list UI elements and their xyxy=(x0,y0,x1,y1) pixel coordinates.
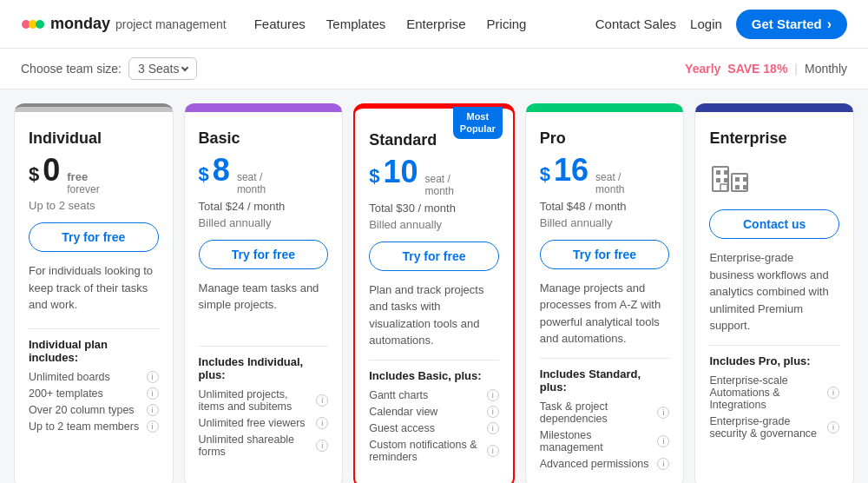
plan-pro: Pro $ 16 seat / month Total $48 / month … xyxy=(525,103,685,483)
info-icon[interactable]: i xyxy=(657,435,669,447)
individual-cta-button[interactable]: Try for free xyxy=(29,222,159,252)
most-popular-badge: Most Popular xyxy=(453,107,503,139)
feature-item: Unlimited shareable forms i xyxy=(199,433,329,458)
nav-pricing[interactable]: Pricing xyxy=(487,17,527,31)
billing-save-badge: SAVE 18% xyxy=(727,62,787,76)
info-icon[interactable]: i xyxy=(827,387,839,399)
get-started-button[interactable]: Get Started › xyxy=(736,10,847,39)
basic-cta-button[interactable]: Try for free xyxy=(199,240,329,269)
feature-text: Over 20 column types xyxy=(29,404,143,416)
feature-item: Enterprise-scale Automations & Integrati… xyxy=(709,374,839,411)
plan-name: Enterprise xyxy=(709,129,839,148)
plan-name: Pro xyxy=(540,129,670,148)
feature-item: Unlimited free viewers i xyxy=(199,417,329,429)
nav-features[interactable]: Features xyxy=(254,17,306,31)
feature-item: Enterprise-grade security & governance i xyxy=(709,415,839,440)
plan-price: $ 8 seat / month xyxy=(199,155,329,196)
feature-text: Milestones management xyxy=(540,429,654,453)
feature-item: Up to 2 team members i xyxy=(29,420,159,433)
feature-item: Over 20 column types i xyxy=(29,404,159,416)
feature-item: Unlimited boards i xyxy=(29,371,159,383)
plan-standard: Most Popular Standard $ 10 seat / month … xyxy=(353,103,515,483)
svg-rect-6 xyxy=(724,170,728,175)
plan-description: Manage team tasks and simple projects. xyxy=(199,280,329,335)
team-size-label: Choose team size: xyxy=(21,62,122,76)
info-icon[interactable]: i xyxy=(316,440,328,452)
feature-text: Task & project dependencies xyxy=(540,400,654,425)
arrow-right-icon: › xyxy=(827,17,832,32)
feature-list: Unlimited boards i 200+ templates i Over… xyxy=(29,371,159,433)
enterprise-icon xyxy=(709,155,839,199)
price-symbol: $ xyxy=(29,163,39,186)
info-icon[interactable]: i xyxy=(487,422,499,434)
billing-monthly-option[interactable]: Monthly xyxy=(805,62,847,76)
feature-item: Advanced permissions i xyxy=(540,458,670,470)
feature-item: 200+ templates i xyxy=(29,387,159,400)
info-icon[interactable]: i xyxy=(147,420,159,433)
price-symbol: $ xyxy=(540,163,550,186)
price-period-1: seat / xyxy=(595,171,624,183)
feature-text: Calendar view xyxy=(369,406,483,418)
info-icon[interactable]: i xyxy=(316,394,328,407)
svg-rect-12 xyxy=(743,185,747,189)
pro-cta-button[interactable]: Try for free xyxy=(540,240,670,269)
plan-top-bar xyxy=(526,107,684,112)
info-icon[interactable]: i xyxy=(147,371,159,383)
logo-subtitle: project management xyxy=(115,17,227,31)
plan-description: Enterprise-grade business workflows and … xyxy=(709,249,839,334)
building-icon xyxy=(709,155,751,196)
plan-name: Basic xyxy=(199,129,329,148)
svg-rect-10 xyxy=(743,177,747,182)
standard-cta-button[interactable]: Try for free xyxy=(369,242,499,271)
info-icon[interactable]: i xyxy=(657,458,669,470)
svg-rect-13 xyxy=(720,184,727,191)
plan-price: $ 0 free forever xyxy=(29,155,159,195)
feature-text: 200+ templates xyxy=(29,387,143,400)
svg-point-2 xyxy=(36,20,44,29)
info-icon[interactable]: i xyxy=(487,389,499,401)
price-period-1: seat / xyxy=(237,171,266,183)
feature-item: Milestones management i xyxy=(540,429,670,453)
feature-text: Unlimited projects, items and subitems xyxy=(199,388,313,413)
feature-text: Unlimited boards xyxy=(29,371,143,383)
plan-description: For individuals looking to keep track of… xyxy=(29,262,159,318)
login-link[interactable]: Login xyxy=(690,17,722,31)
info-icon[interactable]: i xyxy=(827,421,839,433)
logo: monday project management xyxy=(21,12,227,36)
feature-list: Gantt charts i Calendar view i Guest acc… xyxy=(369,389,499,463)
price-amount: 16 xyxy=(554,155,589,186)
divider xyxy=(709,345,839,346)
nav-templates[interactable]: Templates xyxy=(326,17,385,31)
svg-rect-9 xyxy=(735,177,740,182)
info-icon[interactable]: i xyxy=(147,387,159,400)
plan-price: $ 16 seat / month xyxy=(540,155,670,196)
info-icon[interactable]: i xyxy=(316,417,328,429)
billing-yearly-option[interactable]: Yearly xyxy=(685,62,720,76)
billing-toggle: Yearly SAVE 18% | Monthly xyxy=(685,62,847,76)
plan-total: Total $24 / month xyxy=(199,200,329,213)
plan-billed: Billed annually xyxy=(540,216,670,229)
divider xyxy=(199,346,329,347)
billing-separator: | xyxy=(794,62,798,76)
feature-text: Unlimited shareable forms xyxy=(199,433,313,458)
nav-enterprise[interactable]: Enterprise xyxy=(406,17,465,31)
logo-brand: monday xyxy=(50,15,110,33)
info-icon[interactable]: i xyxy=(147,404,159,416)
info-icon[interactable]: i xyxy=(487,445,499,457)
team-size-value: 3 Seats xyxy=(138,62,179,76)
info-icon[interactable]: i xyxy=(487,406,499,418)
plan-top-bar xyxy=(185,107,343,112)
includes-title: Individual plan includes: xyxy=(29,338,159,364)
logo-icon xyxy=(21,12,45,36)
enterprise-cta-button[interactable]: Contact us xyxy=(709,209,839,239)
includes-title: Includes Individual, plus: xyxy=(199,355,329,381)
svg-rect-11 xyxy=(735,185,740,189)
feature-item: Unlimited projects, items and subitems i xyxy=(199,388,329,413)
divider xyxy=(369,360,499,361)
feature-text: Enterprise-grade security & governance xyxy=(709,415,824,440)
team-size-dropdown[interactable]: 3 Seats xyxy=(128,57,197,80)
info-icon[interactable]: i xyxy=(657,407,669,419)
plan-name: Individual xyxy=(29,129,159,148)
feature-item: Gantt charts i xyxy=(369,389,499,401)
contact-sales-link[interactable]: Contact Sales xyxy=(595,17,676,31)
